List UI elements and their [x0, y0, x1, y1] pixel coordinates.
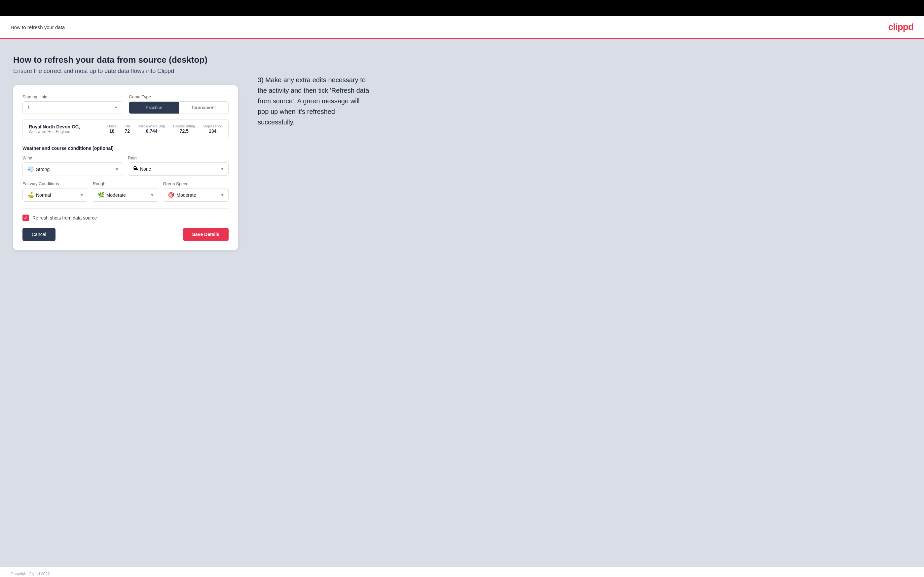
wind-label: Wind — [23, 155, 123, 160]
fairway-icon — [27, 192, 34, 198]
wind-group: Wind Strong ▼ — [23, 155, 123, 176]
rain-icon — [133, 166, 138, 172]
fairway-chevron-icon: ▼ — [80, 193, 84, 197]
wind-icon — [27, 166, 34, 172]
course-rating-label: Course rating — [173, 124, 195, 128]
par-stat: Par 72 — [124, 124, 130, 134]
yards-stat: Yards/White (M)) 6,744 — [138, 124, 165, 134]
logo: clippd — [888, 22, 913, 32]
holes-label: Holes — [107, 124, 116, 128]
save-details-button[interactable]: Save Details — [183, 228, 229, 241]
game-type-toggle: Practice Tournament — [129, 102, 229, 114]
page-subheading: Ensure the correct and most up to date d… — [13, 68, 238, 74]
green-speed-group: Green Speed Moderate ▼ — [163, 181, 229, 202]
refresh-checkbox-row: ✓ Refresh shots from data source — [23, 214, 229, 221]
starting-hole-label: Starting Hole — [23, 94, 122, 99]
slope-rating-value: 134 — [209, 128, 216, 134]
yards-value: 6,744 — [146, 128, 158, 134]
form-card: Starting Hole 1 ▼ Game Type Practice Tou… — [13, 85, 238, 250]
slope-rating-stat: Slope rating 134 — [203, 124, 222, 134]
green-speed-select[interactable]: Moderate ▼ — [163, 188, 229, 202]
rough-chevron-icon: ▼ — [150, 193, 154, 197]
weather-section-label: Weather and course conditions (optional) — [23, 145, 229, 151]
rain-chevron-icon: ▼ — [220, 167, 224, 171]
green-speed-icon — [168, 192, 174, 198]
fairway-label: Fairway Conditions — [23, 181, 88, 186]
green-speed-value: Moderate — [176, 192, 196, 198]
fairway-select[interactable]: Normal ▼ — [23, 188, 88, 202]
button-row: Cancel Save Details — [23, 228, 229, 241]
instruction-text: 3) Make any extra edits necessary to the… — [258, 74, 370, 127]
tournament-button[interactable]: Tournament — [179, 102, 228, 114]
rough-value: Moderate — [107, 192, 126, 198]
holes-stat: Holes 18 — [107, 124, 116, 134]
slope-rating-label: Slope rating — [203, 124, 222, 128]
rain-value: None — [140, 166, 151, 172]
course-name: Royal North Devon GC, — [29, 124, 80, 129]
green-speed-chevron-icon: ▼ — [220, 193, 224, 197]
par-label: Par — [124, 124, 130, 128]
wind-rain-row: Wind Strong ▼ Rain None ▼ — [23, 155, 229, 176]
par-value: 72 — [125, 128, 130, 134]
top-bar — [0, 0, 924, 16]
fairway-value: Normal — [36, 192, 51, 198]
page-header: How to refresh your data clippd — [0, 16, 924, 39]
wind-chevron-icon: ▼ — [115, 167, 119, 172]
holes-value: 18 — [109, 128, 115, 134]
fairway-group: Fairway Conditions Normal ▼ — [23, 181, 88, 202]
rain-label: Rain — [128, 155, 229, 160]
course-rating-stat: Course rating 72.5 — [173, 124, 195, 134]
course-location: Westward Ho!, England — [29, 129, 80, 134]
course-stats: Holes 18 Par 72 Yards/White (M)) 6,744 — [107, 124, 222, 134]
left-panel: How to refresh your data from source (de… — [13, 55, 238, 250]
starting-hole-group: Starting Hole 1 ▼ — [23, 94, 122, 114]
yards-label: Yards/White (M)) — [138, 124, 165, 128]
wind-value: Strong — [36, 167, 50, 172]
rough-select[interactable]: Moderate ▼ — [93, 188, 158, 202]
rough-label: Rough — [93, 181, 158, 186]
rough-group: Rough Moderate ▼ — [93, 181, 158, 202]
course-rating-value: 72.5 — [180, 128, 189, 134]
checkmark-icon: ✓ — [24, 215, 28, 221]
copyright-text: Copyright Clippd 2022 — [11, 572, 50, 576]
starting-hole-select[interactable]: 1 ▼ — [23, 102, 122, 114]
practice-button[interactable]: Practice — [129, 102, 179, 114]
rain-group: Rain None ▼ — [128, 155, 229, 176]
starting-hole-chevron-icon: ▼ — [114, 105, 118, 110]
right-panel: 3) Make any extra edits necessary to the… — [258, 55, 370, 127]
form-divider — [23, 208, 229, 209]
page-heading: How to refresh your data from source (de… — [13, 55, 238, 65]
refresh-checkbox[interactable]: ✓ — [23, 214, 29, 221]
conditions-row: Fairway Conditions Normal ▼ Rough Modera… — [23, 181, 229, 202]
starting-hole-value: 1 — [27, 105, 30, 110]
game-type-label: Game Type — [129, 94, 229, 99]
rough-icon — [98, 192, 104, 198]
cancel-button[interactable]: Cancel — [23, 228, 55, 241]
wind-select[interactable]: Strong ▼ — [23, 163, 123, 176]
refresh-checkbox-label: Refresh shots from data source — [32, 215, 97, 221]
course-name-section: Royal North Devon GC, Westward Ho!, Engl… — [29, 124, 80, 134]
course-info-box: Royal North Devon GC, Westward Ho!, Engl… — [23, 119, 229, 139]
main-content: How to refresh your data from source (de… — [0, 39, 924, 567]
top-form-row: Starting Hole 1 ▼ Game Type Practice Tou… — [23, 94, 229, 114]
page-title: How to refresh your data — [11, 24, 65, 30]
green-speed-label: Green Speed — [163, 181, 229, 186]
footer: Copyright Clippd 2022 — [0, 567, 924, 577]
rain-select[interactable]: None ▼ — [128, 163, 229, 176]
game-type-group: Game Type Practice Tournament — [129, 94, 229, 114]
